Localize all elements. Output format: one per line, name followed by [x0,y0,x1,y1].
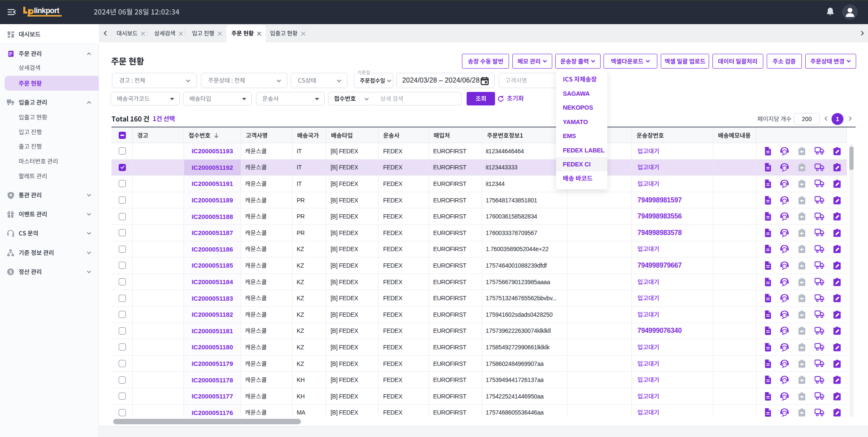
svg-text:$: $ [9,269,12,274]
